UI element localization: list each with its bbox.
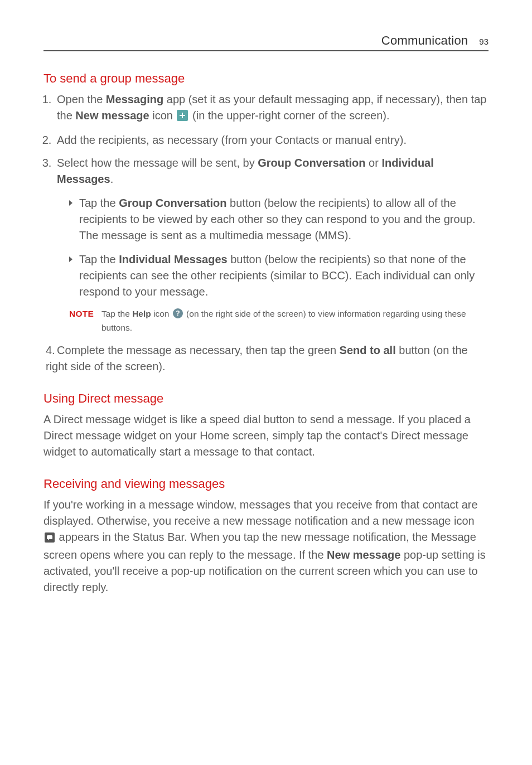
step-3-sub2-b: Individual Messages — [119, 253, 228, 265]
step-1-text-e: icon — [149, 109, 176, 122]
step-4: 4.Complete the message as necessary, the… — [43, 342, 489, 375]
step-3-text-b: Group Conversation — [258, 157, 365, 169]
page-header: Communication 93 — [43, 33, 489, 51]
step-3-sub-1: Tap the Group Conversation button (below… — [69, 195, 489, 244]
step-4-text-a: Complete the message as necessary, then … — [57, 344, 340, 356]
help-question-icon: ? — [173, 308, 183, 322]
step-4-number: 4. — [46, 342, 57, 359]
note-text: Tap the Help icon ? (on the right side o… — [101, 308, 489, 335]
step-3-text-e: . — [110, 173, 114, 185]
note-t1: Tap the — [101, 309, 132, 318]
step-3: Select how the message will be sent, by … — [55, 155, 489, 335]
svg-rect-6 — [47, 535, 52, 539]
step-1-text-d: New message — [75, 109, 149, 122]
note-row: NOTE Tap the Help icon ? (on the right s… — [69, 308, 489, 335]
page: Communication 93 To send a group message… — [0, 0, 532, 765]
step-3-sublist: Tap the Group Conversation button (below… — [57, 195, 489, 300]
step-3-sub1-a: Tap the — [79, 197, 119, 209]
step-3-text-c: or — [366, 157, 382, 169]
note-label: NOTE — [69, 308, 101, 335]
header-section-title: Communication — [381, 33, 468, 48]
header-page-number: 93 — [479, 37, 489, 46]
step-1-text-a: Open the — [57, 93, 106, 105]
direct-message-body: A Direct message widget is like a speed … — [43, 411, 489, 460]
step-1: Open the Messaging app (set it as your d… — [55, 91, 489, 125]
step-2: Add the recipients, as necessary (from y… — [55, 132, 489, 148]
step-1-text-b: Messaging — [106, 93, 163, 105]
step-3-sub2-a: Tap the — [79, 253, 119, 265]
step-3-sub-2: Tap the Individual Messages button (belo… — [69, 251, 489, 300]
step-3-text-a: Select how the message will be sent, by — [57, 157, 258, 169]
recv-p1c: New message — [327, 549, 400, 561]
new-message-plus-icon — [177, 109, 188, 125]
section-heading-send-group: To send a group message — [43, 71, 489, 86]
section-heading-direct-message: Using Direct message — [43, 391, 489, 406]
note-t3: icon — [151, 309, 172, 318]
step-4-text-b: Send to all — [340, 344, 396, 356]
step-3-sub1-b: Group Conversation — [119, 197, 226, 209]
svg-text:?: ? — [176, 309, 180, 317]
step-1-text-f: (in the upper-right corner of the screen… — [189, 109, 389, 122]
recv-p1a: If you're working in a message window, m… — [43, 498, 478, 527]
note-t2: Help — [132, 309, 151, 318]
receiving-body: If you're working in a message window, m… — [43, 497, 489, 595]
section-heading-receiving: Receiving and viewing messages — [43, 477, 489, 491]
message-status-icon — [45, 531, 55, 547]
steps-list: Open the Messaging app (set it as your d… — [43, 91, 489, 375]
